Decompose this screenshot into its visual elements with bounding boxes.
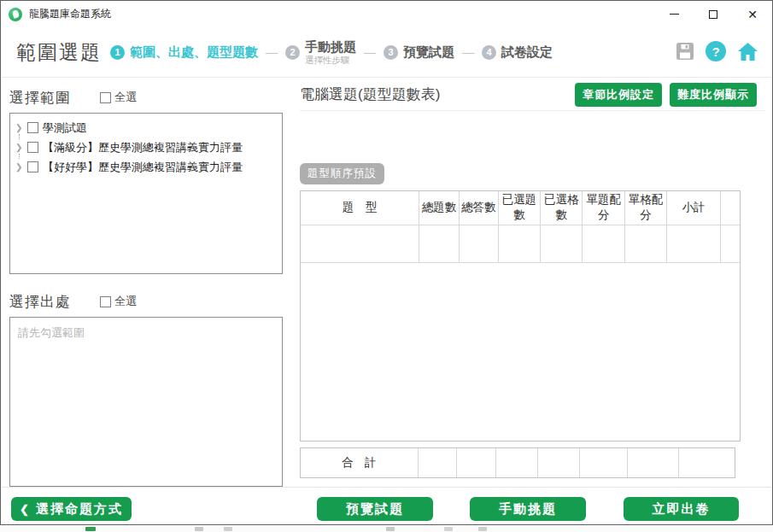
range-tree: ❯ 學測試題 ❯ 【滿級分】歷史學測總複習講義實力評量 ❯ 【好好學】歷史學測總… [9,113,283,274]
back-to-mode-button[interactable]: ❮ 選擇命題方式 [11,497,132,521]
totals-table: 合 計 [300,447,735,478]
step-4-badge: 4 [482,45,496,60]
col-scroll-gutter [720,191,740,225]
question-type-table: 題 型 總題數 總答數 已選題數 已選格數 單題配分 單格配分 小計 [300,190,741,441]
tree-item-checkbox[interactable] [27,142,38,153]
question-panel-header: 電腦選題(題型題數表) 章節比例設定 難度比例顯示 [300,83,765,111]
close-button[interactable]: ✕ [733,1,772,27]
generate-paper-button[interactable]: 立即出卷 [624,497,739,521]
tree-item[interactable]: ❯ 【滿級分】歷史學測總複習講義實力評量 [14,137,278,157]
app-window: 龍騰題庫命題系統 ✕ 範圍選題 1 範圍、出處、題型題數 — 2 手動挑題 選擇… [0,0,773,525]
footer: ❮ 選擇命題方式 預覽試題 手動挑題 立即出卷 [2,487,771,523]
tree-item[interactable]: ❯ 學測試題 [14,118,278,137]
range-section-header: 選擇範圍 全選 [9,88,283,107]
minimize-icon [670,14,679,15]
col-total-answers: 總答數 [459,191,498,225]
source-section-header: 選擇出處 全選 [9,292,283,311]
question-panel: 電腦選題(題型題數表) 章節比例設定 難度比例顯示 題型順序預設 題 型 總題數… [300,83,765,478]
step-2-label: 手動挑題 [305,39,356,54]
maximize-button[interactable] [694,1,733,27]
expand-chevron-icon[interactable]: ❯ [15,143,23,152]
window-controls: ✕ [654,1,772,27]
source-select-all[interactable]: 全選 [100,294,137,309]
tree-item-checkbox[interactable] [27,122,38,133]
maximize-icon [709,10,717,19]
step-2-sublabel: 選擇性步驟 [305,55,356,65]
taskbar-icon-fragment [195,527,203,531]
taskbar-sliver [0,525,773,532]
app-logo-icon [9,8,22,21]
question-type-order-preset-button[interactable]: 題型順序預設 [300,163,384,184]
source-select-all-checkbox[interactable] [100,296,111,307]
tree-item-label[interactable]: 【好好學】歷史學測總複習講義實力評量 [43,160,243,175]
col-points-per-question: 單題配分 [583,191,624,225]
save-icon[interactable] [676,42,694,61]
taskbar-icon-fragment [444,527,453,531]
expand-chevron-icon[interactable]: ❯ [15,123,23,132]
app-title: 龍騰題庫命題系統 [29,7,111,21]
tree-item-checkbox[interactable] [27,161,38,172]
expand-chevron-icon[interactable]: ❯ [15,162,23,172]
step-1-badge: 1 [110,45,125,60]
col-selected-questions: 已選題數 [498,191,540,225]
step-3-preview[interactable]: 3 預覽試題 [384,44,454,61]
range-select-all[interactable]: 全選 [100,90,137,105]
difficulty-ratio-button[interactable]: 難度比例顯示 [670,83,757,107]
col-points-per-blank: 單格配分 [624,191,666,225]
question-panel-title: 電腦選題(題型題數表) [300,85,440,104]
range-select-all-label: 全選 [114,90,137,105]
col-subtotal: 小計 [667,191,721,225]
step-separator: — [462,45,474,59]
col-total-questions: 總題數 [419,191,459,225]
step-2-manual-pick[interactable]: 2 手動挑題 選擇性步驟 [285,39,356,64]
page-header: 範圍選題 1 範圍、出處、題型題數 — 2 手動挑題 選擇性步驟 — 3 預覽試… [2,27,771,78]
taskbar-icon-fragment [224,527,232,531]
step-separator: — [364,45,376,59]
table-empty-row [301,225,740,262]
step-1-label: 範圍、出處、題型題數 [130,44,258,61]
source-placeholder: 請先勾選範圍 [18,326,85,339]
col-question-type: 題 型 [301,191,419,225]
source-section-title: 選擇出處 [9,292,71,312]
step-4-label: 試卷設定 [501,44,553,61]
minimize-button[interactable] [654,1,694,27]
col-selected-blanks: 已選格數 [541,191,583,225]
chapter-ratio-button[interactable]: 章節比例設定 [575,83,662,107]
page-title: 範圍選題 [16,39,102,66]
totals-row: 合 計 [301,448,735,477]
taskbar-icon-fragment [478,527,487,531]
close-icon: ✕ [747,9,758,20]
home-icon[interactable] [737,42,758,61]
taskbar-icon-fragment [386,527,395,531]
back-button-label: 選擇命題方式 [36,501,123,517]
source-select-all-label: 全選 [114,294,137,309]
step-2-badge: 2 [285,45,300,60]
header-icons: ? [676,41,758,61]
help-icon[interactable]: ? [706,41,726,61]
preview-questions-button[interactable]: 預覽試題 [317,497,433,521]
range-section-title: 選擇範圍 [9,88,71,108]
totals-label: 合 計 [301,448,418,477]
back-chevron-icon: ❮ [20,503,31,516]
tree-item[interactable]: ❯ 【好好學】歷史學測總複習講義實力評量 [14,157,278,177]
range-select-all-checkbox[interactable] [100,92,111,103]
manual-pick-button[interactable]: 手動挑題 [470,497,586,521]
left-panel: 選擇範圍 全選 ❯ 學測試題 ❯ 【滿級分】歷史學測總複習講義實力評量 ❯ [9,88,283,487]
step-separator: — [266,45,278,59]
tree-item-label[interactable]: 【滿級分】歷史學測總複習講義實力評量 [43,140,243,155]
titlebar: 龍騰題庫命題系統 ✕ [1,1,772,27]
wizard-steps: 1 範圍、出處、題型題數 — 2 手動挑題 選擇性步驟 — 3 預覽試題 — 4… [110,27,553,77]
step-3-label: 預覽試題 [403,44,454,61]
taskbar-icon-fragment [85,527,96,531]
step-3-badge: 3 [384,45,398,60]
tree-item-label[interactable]: 學測試題 [43,120,87,136]
step-1-range[interactable]: 1 範圍、出處、題型題數 [110,44,258,61]
source-list: 請先勾選範圍 [9,317,283,487]
step-4-paper-settings[interactable]: 4 試卷設定 [482,44,553,61]
table-header-row: 題 型 總題數 總答數 已選題數 已選格數 單題配分 單格配分 小計 [301,191,740,225]
